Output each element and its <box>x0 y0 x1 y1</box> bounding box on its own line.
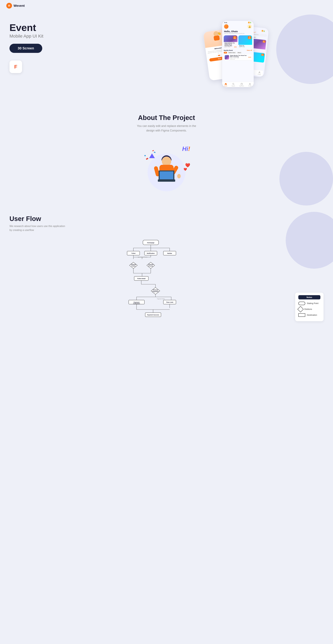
hero-section: Event Mobile App UI Kit 30 Screen F <box>0 11 333 103</box>
svg-text:Promo: Promo <box>149 265 153 267</box>
back-event-date-2: 02Des <box>261 54 264 56</box>
svg-text:Choose: Choose <box>148 264 153 265</box>
svg-point-9 <box>250 83 250 84</box>
figma-icon-box: F <box>9 60 22 73</box>
destination-shape <box>298 313 305 317</box>
event-info-1: Shawn Mendes The Virtual Tour in Germany… <box>224 42 238 48</box>
hero-phones: 👋 Welcome! Wevent arrived to revolutioni… <box>152 18 324 94</box>
character: Hi! ❤️ ❤️ <box>140 144 193 194</box>
nav-profile[interactable]: Profile <box>248 83 252 86</box>
notes-item-decision: Disitions <box>298 307 321 312</box>
event-list-info: Shawn Mendes The Virtual Tour 2021 in Ge… <box>230 55 247 60</box>
decision-label: Disitions <box>304 308 312 310</box>
svg-text:Navbar: Navbar <box>167 252 172 254</box>
nav-my-event[interactable]: My Event <box>239 83 244 86</box>
event-title-2: Shawn M... <box>239 45 251 46</box>
notes-legend: Notes Stating Point Disitions Destinatio… <box>295 293 324 321</box>
status-bar: 9:41 📶🔋 <box>222 21 254 24</box>
event-card-2[interactable]: 02 Des Shawn M... 10.00 - 12.00 <box>238 35 252 48</box>
back-nav-profile[interactable]: Profile <box>258 71 261 75</box>
list-event-name: Shawn Mendes The Virtual Tour 2021 in Ge… <box>230 55 247 58</box>
event-card-1[interactable]: 02 Des Shawn Mendes The Virtual Tour in … <box>224 35 238 48</box>
event-list-item[interactable]: Shawn Mendes The Virtual Tour 2021 in Ge… <box>224 54 252 60</box>
signal-icons: 📶🔋 <box>248 22 252 23</box>
confetti-bar <box>146 158 148 160</box>
char-laptop-screen <box>159 170 174 180</box>
svg-text:Payment Success: Payment Success <box>147 314 159 316</box>
greeting-text: Hello, Ohaio <box>224 30 252 33</box>
category-tabs: All Online Class Music <box>224 52 252 54</box>
notification-icon[interactable]: 🔔 <box>247 24 252 29</box>
nav-search[interactable]: Search <box>232 83 235 86</box>
phone-main: 9:41 📶🔋 🔔 Hello, Ohaio Find an interesti… <box>222 21 254 87</box>
greeting-sub: Find an interesting event around you <box>224 33 252 34</box>
node-homepage-label: Homepage <box>147 242 154 244</box>
nav-home[interactable]: Home <box>224 83 227 86</box>
destination-label: Destination <box>307 314 317 316</box>
svg-line-5 <box>234 84 234 85</box>
hi-greeting: Hi! <box>182 146 190 152</box>
svg-text:Confirmation: Confirmation <box>133 303 140 304</box>
svg-text:Notification: Notification <box>147 252 155 254</box>
bottom-nav: Home Search My Event Profile <box>222 82 254 87</box>
event-info-2: Shawn M... 10.00 - 12.00 <box>238 45 252 48</box>
user-avatar <box>224 24 229 29</box>
svg-point-4 <box>233 83 234 84</box>
decision-shape <box>297 306 304 312</box>
hero-subtitle: Mobile App UI Kit <box>9 34 152 39</box>
illustration-wrapper: Hi! ❤️ ❤️ <box>137 142 196 196</box>
starting-point-label: Stating Point <box>307 302 319 304</box>
figma-logo: F <box>14 64 17 70</box>
starting-point-shape <box>298 302 305 305</box>
confetti-dot <box>144 155 146 156</box>
svg-rect-2 <box>8 6 10 6</box>
svg-text:Ticket Detail: Ticket Detail <box>137 278 146 280</box>
tab-music[interactable]: Music <box>237 52 242 54</box>
char-head <box>162 156 171 166</box>
notes-item-stating-point: Stating Point <box>298 302 321 305</box>
hero-left: Event Mobile App UI Kit 30 Screen F <box>9 18 152 73</box>
svg-text:Ticket: Ticket <box>131 252 135 254</box>
heart-small: ❤️ <box>184 168 187 171</box>
character-body <box>154 156 179 194</box>
back-nav-profile-label: Profile <box>258 74 261 75</box>
event-list-thumb <box>225 55 229 60</box>
list-event-price: $100 <box>248 56 251 58</box>
logo-icon <box>6 3 12 8</box>
userflow-title: User Flow <box>9 215 324 222</box>
back-event-date: 02Des <box>263 40 265 43</box>
event-price-1: $100 <box>234 46 237 48</box>
tab-all[interactable]: All <box>224 52 227 54</box>
time: 9:41 <box>224 22 227 23</box>
event-date-2: 02 Des <box>248 36 251 39</box>
svg-rect-1 <box>8 5 10 5</box>
list-event-org: ⊞ Microsoft <box>230 58 247 60</box>
heart-large: ❤️ <box>185 163 190 168</box>
svg-text:Payment: Payment <box>152 291 158 292</box>
event-cards-row: 02 Des Shawn Mendes The Virtual Tour in … <box>222 34 254 49</box>
svg-text:Time Limit: Time Limit <box>166 302 173 303</box>
welcome-title: Welcome! <box>214 47 222 50</box>
phone-stack: 👋 Welcome! Wevent arrived to revolutioni… <box>205 18 271 94</box>
userflow-content: User Flow We research about how users us… <box>9 215 324 321</box>
tab-online-class[interactable]: Online Class <box>228 52 236 54</box>
brand-name: Wevent <box>13 4 25 8</box>
hero-title: Event <box>9 22 152 33</box>
header: Wevent <box>0 0 333 11</box>
userflow-description: We research about how users use this app… <box>9 224 66 232</box>
view-all-link[interactable]: View All <box>247 50 252 51</box>
svg-text:Ticket: Ticket <box>131 265 135 267</box>
svg-rect-6 <box>241 83 243 85</box>
nearby-header: Nearby Event View All <box>224 50 252 51</box>
svg-rect-3 <box>8 6 9 6</box>
notes-header: Notes <box>298 295 321 300</box>
char-laptop-base <box>158 180 175 182</box>
svg-text:Choose: Choose <box>131 264 136 265</box>
pagination-dots <box>216 54 222 56</box>
event-date-1: 02 Des <box>233 36 237 39</box>
illustration-bg-circle <box>279 152 333 206</box>
char-hand-waving <box>177 174 181 178</box>
nearby-label: Nearby Event <box>224 50 233 51</box>
svg-text:Payment Failed: Payment Failed <box>157 298 165 300</box>
nearby-section: Nearby Event View All All Online Class M… <box>222 49 254 62</box>
